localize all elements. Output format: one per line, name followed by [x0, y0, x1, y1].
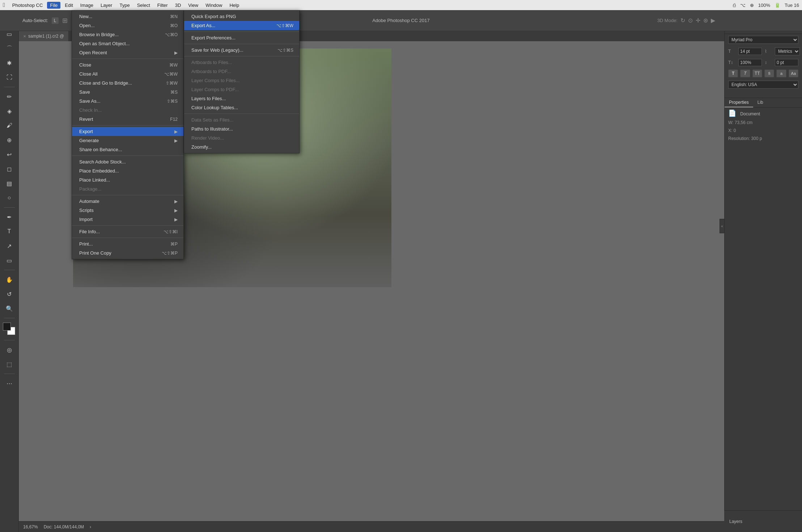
export-layercomps-pdf: Layer Comps to PDF... — [184, 85, 299, 94]
exp-sep2 — [184, 44, 299, 44]
menu-save-shortcut: ⌘S — [170, 90, 178, 95]
export-as-label: Export As... — [191, 23, 215, 28]
menu-closebridge-label: Close and Go to Bridge... — [79, 80, 132, 86]
menu-save[interactable]: Save ⌘S — [72, 88, 183, 97]
export-saveweb-label: Save for Web (Legacy)... — [191, 47, 243, 53]
export-layercomps-files: Layer Comps to Files... — [184, 76, 299, 85]
export-layers-files[interactable]: Layers to Files... — [184, 94, 299, 103]
export-submenu: Quick Export as PNG Export As... ⌥⇧⌘W Ex… — [184, 10, 300, 153]
menu-behance[interactable]: Share on Behance... — [72, 145, 183, 154]
menu-smart-label: Open as Smart Object... — [79, 41, 130, 46]
export-quick-png-label: Quick Export as PNG — [191, 14, 236, 19]
menu-import-arrow: ▶ — [174, 217, 178, 222]
menu-scripts[interactable]: Scripts ▶ — [72, 206, 183, 215]
layers-files-label: Layers to Files... — [191, 96, 226, 101]
menu-fileinfo-label: File Info... — [79, 229, 100, 234]
menu-file-info[interactable]: File Info... ⌥⇧⌘I — [72, 227, 183, 236]
menu-close-label: Close — [79, 62, 91, 68]
export-saveweb-shortcut: ⌥⇧⌘S — [277, 48, 293, 53]
menu-recent-label: Open Recent — [79, 50, 107, 55]
menu-print-shortcut: ⌘P — [170, 242, 178, 247]
menu-adobe-stock[interactable]: Search Adobe Stock... — [72, 157, 183, 166]
menu-automate-label: Automate — [79, 199, 99, 204]
menu-package: Package... — [72, 184, 183, 193]
menu-behance-label: Share on Behance... — [79, 147, 122, 152]
export-save-web[interactable]: Save for Web (Legacy)... ⌥⇧⌘S — [184, 46, 299, 55]
menu-bridge-label: Browse in Bridge... — [79, 32, 119, 37]
menu-package-label: Package... — [79, 186, 101, 192]
menu-export[interactable]: Export ▶ — [72, 127, 183, 136]
menu-scripts-label: Scripts — [79, 208, 94, 213]
menu-open-shortcut: ⌘O — [170, 23, 178, 28]
menu-open-recent[interactable]: Open Recent ▶ — [72, 48, 183, 57]
menu-saveas-label: Save As... — [79, 98, 101, 104]
menu-revert-label: Revert — [79, 116, 93, 122]
menu-print-one[interactable]: Print One Copy ⌥⇧⌘P — [72, 248, 183, 258]
menu-printone-shortcut: ⌥⇧⌘P — [162, 251, 178, 256]
menu-place-linked[interactable]: Place Linked... — [72, 175, 183, 184]
menu-generate[interactable]: Generate ▶ — [72, 136, 183, 145]
menu-automate[interactable]: Automate ▶ — [72, 197, 183, 206]
menu-checkin: Check In... — [72, 106, 183, 115]
menu-open-label: Open... — [79, 23, 95, 28]
menu-closeall-shortcut: ⌥⌘W — [164, 72, 178, 77]
menu-new-label: New... — [79, 14, 92, 19]
render-video-label: Render Video... — [191, 135, 224, 141]
menu-save-as[interactable]: Save As... ⇧⌘S — [72, 97, 183, 106]
layercomps-files-label: Layer Comps to Files... — [191, 78, 240, 83]
export-artboards-pdf: Artboards to PDF... — [184, 67, 299, 76]
menu-close[interactable]: Close ⌘W — [72, 60, 183, 69]
menu-fileinfo-shortcut: ⌥⇧⌘I — [164, 229, 178, 234]
exp-sep4 — [184, 114, 299, 114]
menu-print-label: Print... — [79, 241, 93, 247]
menu-new-shortcut: ⌘N — [170, 14, 178, 19]
menu-close-bridge[interactable]: Close and Go to Bridge... ⇧⌘W — [72, 78, 183, 88]
menu-stock-label: Search Adobe Stock... — [79, 159, 126, 165]
menu-printone-label: Print One Copy — [79, 250, 111, 256]
sep6 — [72, 238, 183, 238]
export-render-video: Render Video... — [184, 133, 299, 142]
exp-sep3 — [184, 56, 299, 56]
menu-closeall-label: Close All — [79, 71, 98, 77]
sep2 — [72, 125, 183, 125]
export-prefs-label: Export Preferences... — [191, 35, 235, 41]
sep3 — [72, 156, 183, 156]
export-color-lookup[interactable]: Color Lookup Tables... — [184, 103, 299, 112]
menu-export-arrow: ▶ — [174, 129, 178, 134]
export-preferences[interactable]: Export Preferences... — [184, 33, 299, 42]
paths-illustrator-label: Paths to Illustrator... — [191, 126, 233, 132]
menu-linked-label: Place Linked... — [79, 177, 110, 183]
zoomify-label: Zoomify... — [191, 144, 212, 150]
menu-checkin-label: Check In... — [79, 107, 102, 113]
artboards-pdf-label: Artboards to PDF... — [191, 69, 231, 74]
menu-bridge-shortcut: ⌥⌘O — [165, 32, 178, 37]
menu-revert-shortcut: F12 — [170, 117, 178, 122]
export-quick-png[interactable]: Quick Export as PNG — [184, 12, 299, 21]
menu-new[interactable]: New... ⌘N — [72, 12, 183, 21]
sep5 — [72, 225, 183, 226]
export-as[interactable]: Export As... ⌥⇧⌘W — [184, 21, 299, 30]
menu-closebridge-shortcut: ⇧⌘W — [166, 81, 178, 86]
color-lookup-label: Color Lookup Tables... — [191, 105, 238, 110]
menu-embed-label: Place Embedded... — [79, 168, 119, 174]
layercomps-pdf-label: Layer Comps to PDF... — [191, 87, 239, 92]
menu-place-embedded[interactable]: Place Embedded... — [72, 166, 183, 175]
menu-automate-arrow: ▶ — [174, 199, 178, 204]
menu-revert[interactable]: Revert F12 — [72, 115, 183, 124]
menu-close-all[interactable]: Close All ⌥⌘W — [72, 69, 183, 78]
menu-generate-arrow: ▶ — [174, 138, 178, 143]
menu-import-label: Import — [79, 217, 93, 222]
export-artboards-files: Artboards to Files... — [184, 58, 299, 67]
menu-print[interactable]: Print... ⌘P — [72, 239, 183, 248]
datasets-label: Data Sets as Files... — [191, 117, 233, 123]
menu-open[interactable]: Open... ⌘O — [72, 21, 183, 30]
menu-smart-object[interactable]: Open as Smart Object... — [72, 39, 183, 48]
menu-import[interactable]: Import ▶ — [72, 215, 183, 224]
sep1 — [72, 59, 183, 59]
menu-bridge[interactable]: Browse in Bridge... ⌥⌘O — [72, 30, 183, 39]
export-paths-illustrator[interactable]: Paths to Illustrator... — [184, 124, 299, 133]
menu-scripts-arrow: ▶ — [174, 208, 178, 213]
export-data-sets: Data Sets as Files... — [184, 115, 299, 124]
export-zoomify[interactable]: Zoomify... — [184, 142, 299, 152]
sep4 — [72, 195, 183, 195]
